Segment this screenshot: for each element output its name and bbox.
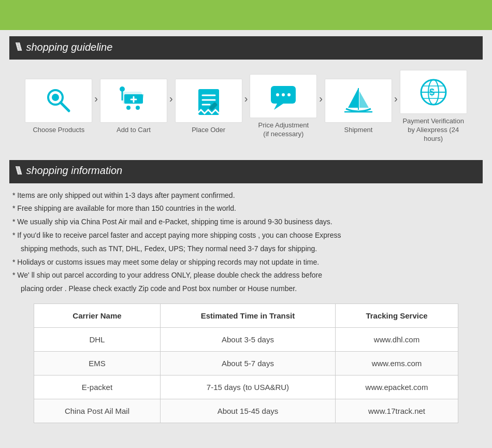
info-line-5: shipping methods, such as TNT, DHL, Fede…: [12, 243, 480, 255]
svg-point-19: [282, 93, 285, 96]
carrier-cell: EMS: [34, 352, 161, 375]
tracking-cell: www.dhl.com: [336, 328, 458, 352]
tracking-cell: www.ems.com: [336, 352, 458, 375]
steps-container: Choose Products ›: [9, 65, 483, 149]
step-label-5: Shipment: [344, 126, 373, 135]
step-add-to-cart: Add to Cart: [100, 79, 167, 135]
svg-point-8: [136, 106, 140, 110]
col-carrier: Carrier Name: [34, 304, 161, 328]
svg-marker-17: [274, 104, 283, 110]
table-row: E-packet 7-15 days (to USA&RU) www.epack…: [34, 375, 458, 399]
svg-marker-21: [348, 88, 358, 108]
step-icon-box-1: [25, 79, 92, 123]
info-line-6: * Holidays or customs issues may meet so…: [12, 256, 480, 269]
step-shipment: Shipment: [325, 79, 392, 135]
step-icon-box-4: [250, 74, 317, 118]
svg-point-18: [276, 93, 279, 96]
step-price-adjustment: Price Adjustment(if necessary): [250, 74, 317, 139]
time-cell: 7-15 days (to USA&RU): [160, 375, 335, 399]
chat-icon: [268, 81, 299, 112]
carrier-cell: China Post Ail Mail: [34, 399, 161, 423]
info-line-4: * If you'd like to receive parcel faster…: [12, 229, 480, 242]
step-icon-box-5: [325, 79, 392, 123]
step-icon-box-3: [175, 79, 242, 123]
search-icon: [43, 85, 74, 116]
header-icon: \\\\: [16, 40, 20, 54]
svg-text:$: $: [429, 87, 435, 97]
col-time: Estimated Time in Transit: [160, 304, 335, 328]
step-label-6: Payment Verificationby Aliexpress (24 ho…: [400, 117, 467, 143]
top-banner: [0, 0, 492, 30]
col-tracking: Tracking Service: [336, 304, 458, 328]
receipt-icon: [193, 85, 224, 116]
step-label-4: Price Adjustment(if necessary): [258, 121, 309, 139]
info-text-block: * Items are only shipped out within 1-3 …: [9, 183, 483, 295]
arrow-1: ›: [94, 93, 98, 105]
carrier-cell: DHL: [34, 328, 161, 352]
info-content: * Items are only shipped out within 1-3 …: [0, 183, 492, 432]
info-header-icon: \\\\: [16, 164, 20, 178]
guideline-header: \\\\ shopping guideline: [9, 36, 483, 58]
step-place-order: Place Oder: [175, 79, 242, 135]
arrow-4: ›: [319, 93, 323, 105]
info-line-8: placing order . Please check exactly Zip…: [12, 283, 480, 295]
table-row: China Post Ail Mail About 15-45 days www…: [34, 399, 458, 423]
step-choose-products: Choose Products: [25, 79, 92, 135]
guideline-content: Choose Products ›: [0, 60, 492, 158]
carrier-cell: E-packet: [34, 375, 161, 399]
step-label-1: Choose Products: [33, 126, 84, 135]
info-line-2: * Free shipping are available for more t…: [12, 203, 480, 215]
table-row: DHL About 3-5 days www.dhl.com: [34, 328, 458, 352]
tracking-cell: www.epacket.com: [336, 375, 458, 399]
arrow-5: ›: [394, 93, 398, 105]
time-cell: About 3-5 days: [160, 328, 335, 352]
svg-point-7: [126, 106, 131, 110]
step-payment-verification: $ Payment Verificationby Aliexpress (24 …: [400, 70, 467, 143]
step-icon-box-2: [100, 79, 167, 123]
shipping-table: Carrier Name Estimated Time in Transit T…: [34, 304, 458, 423]
svg-point-1: [52, 94, 59, 101]
svg-point-20: [287, 93, 291, 96]
arrow-2: ›: [169, 93, 173, 105]
tracking-cell: www.17track.net: [336, 399, 458, 423]
info-title: shopping information: [26, 165, 122, 177]
globe-money-icon: $: [418, 77, 449, 108]
svg-line-2: [61, 103, 69, 111]
info-header: \\\\ shopping information: [9, 160, 483, 182]
info-line-3: * We usually ship via China Post Air mai…: [12, 216, 480, 228]
table-header-row: Carrier Name Estimated Time in Transit T…: [34, 304, 458, 328]
sailboat-icon: [343, 85, 374, 116]
guideline-title: shopping guideline: [26, 41, 112, 53]
arrow-3: ›: [244, 93, 248, 105]
svg-marker-22: [359, 91, 369, 108]
step-icon-box-6: $: [400, 70, 467, 114]
step-label-2: Add to Cart: [117, 126, 151, 135]
step-label-3: Place Oder: [192, 126, 225, 135]
time-cell: About 15-45 days: [160, 399, 335, 423]
cart-icon: [118, 85, 149, 116]
info-line-1: * Items are only shipped out within 1-3 …: [12, 190, 480, 202]
table-row: EMS About 5-7 days www.ems.com: [34, 352, 458, 375]
time-cell: About 5-7 days: [160, 352, 335, 375]
info-line-7: * We' ll ship out parcel according to yo…: [12, 269, 480, 282]
